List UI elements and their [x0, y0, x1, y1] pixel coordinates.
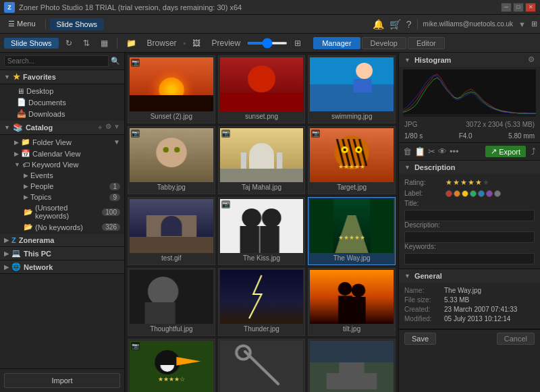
star-3[interactable]: ★ [460, 178, 467, 187]
gen-size-label: File size: [404, 296, 441, 304]
export-button[interactable]: ↗ Export [485, 146, 526, 157]
tab-manager[interactable]: Manager [313, 37, 360, 49]
star-5[interactable]: ★ [475, 178, 482, 187]
refresh-icon[interactable]: ↻ [61, 37, 76, 49]
general-header[interactable]: ▼ General [399, 269, 540, 283]
catalog-settings-icon[interactable]: ⚙ [105, 123, 111, 132]
grid-icon[interactable]: ⊞ [290, 37, 305, 49]
favorites-header[interactable]: ▼ ★ Favorites [0, 70, 124, 84]
description-header[interactable]: ▼ Description [399, 161, 540, 174]
star-4[interactable]: ★ [468, 178, 475, 187]
photo-item[interactable]: Thunder.jpg [218, 268, 306, 336]
sidebar-item-events[interactable]: ▶ Events [0, 170, 124, 181]
network-header[interactable]: ▶ 🌐 Network [0, 260, 124, 274]
sidebar-item-nokeywords[interactable]: 📂 (No keywords) 326 [0, 221, 124, 233]
zonerama-header[interactable]: ▶ Z Zonerama [0, 234, 124, 247]
tab-develop[interactable]: Develop [362, 37, 406, 49]
delete-icon[interactable]: 🗑 [403, 146, 412, 157]
user-dropdown-icon[interactable]: ▼ [518, 20, 526, 28]
photo-item[interactable]: sunset.png [218, 55, 306, 123]
color-dot-red[interactable] [446, 190, 452, 197]
browser-label[interactable]: Browser [143, 37, 181, 49]
preview-label[interactable]: Preview [207, 37, 244, 49]
photo-label: The Kiss.jpg [220, 253, 304, 263]
photo-overlay-icons: 📷 [221, 130, 230, 138]
photo-item[interactable]: test.gif [128, 197, 215, 265]
photo-item[interactable]: Thoughtful.jpg [128, 268, 215, 336]
star-6[interactable]: ★ [483, 178, 489, 187]
tab-editor[interactable]: Editor [408, 37, 445, 49]
menu-item-menu[interactable]: ☰ Menu [3, 18, 41, 30]
close-button[interactable]: ✕ [525, 3, 536, 12]
star-rating[interactable]: ★★★★★★ [446, 178, 489, 187]
color-dot-gray[interactable] [494, 190, 501, 197]
maximize-button[interactable]: □ [513, 3, 524, 12]
save-button[interactable]: Save [404, 333, 436, 345]
sidebar-item-keyword-view[interactable]: ▼ 🏷 Keyword View [0, 159, 124, 170]
eye-icon[interactable]: 👁 [438, 146, 447, 157]
more-icon[interactable]: ••• [450, 146, 459, 157]
photo-item[interactable]: 📷Tabby.jpg [128, 126, 215, 194]
thispc-header[interactable]: ▶ 💻 This PC [0, 247, 124, 260]
sidebar-item-topics[interactable]: ▶ Topics 9 [0, 192, 124, 202]
color-dot-purple[interactable] [486, 190, 493, 197]
star-1[interactable]: ★ [446, 178, 452, 187]
keywords-field[interactable] [404, 253, 535, 264]
photo-item[interactable]: tower.jpg [308, 339, 396, 392]
folder-icon[interactable]: 📁 [122, 37, 140, 49]
photo-item[interactable]: tilt.jpg [308, 268, 396, 336]
search-input[interactable] [4, 55, 109, 67]
filter-icon[interactable]: ▦ [97, 37, 112, 49]
image-icon[interactable]: 🖼 [188, 37, 205, 49]
sidebar-item-desktop[interactable]: 🖥 Desktop [0, 86, 124, 96]
cancel-button[interactable]: Cancel [497, 333, 535, 345]
help-icon[interactable]: ? [406, 19, 412, 30]
sidebar-item-documents[interactable]: 📄 Documents [0, 96, 124, 108]
catalog-header[interactable]: ▼ 📚 Catalog ＋ ⚙ ▼ [0, 121, 124, 135]
share-icon[interactable]: ⤴ [531, 146, 536, 157]
sidebar-item-people[interactable]: ▶ People 1 [0, 181, 124, 192]
photo-item[interactable]: 📷The Kiss.jpg [218, 197, 306, 265]
notification-icon[interactable]: 🔔 [373, 19, 384, 30]
copy-icon[interactable]: 📋 [414, 146, 425, 157]
color-dot-yellow[interactable] [462, 190, 468, 197]
photo-thumb [220, 270, 304, 324]
histogram-settings-icon[interactable]: ⚙ [528, 55, 535, 64]
move-icon[interactable]: ✂ [428, 146, 435, 157]
photo-item[interactable]: swimming.jpg [308, 55, 396, 123]
sidebar-item-unsorted[interactable]: 📂 (Unsorted keywords) 100 [0, 202, 124, 221]
sidebar-item-downloads[interactable]: 📥 Downloads [0, 108, 124, 119]
color-dot-orange[interactable] [454, 190, 460, 197]
sidebar-item-folder-view[interactable]: ▶ 📁 Folder View ▼ [0, 136, 124, 148]
title-field[interactable] [404, 210, 535, 221]
color-dot-green[interactable] [470, 190, 477, 197]
histogram-header[interactable]: ▼ Histogram ⚙ [399, 53, 540, 67]
tab-slideshows-active[interactable]: Slide Shows [4, 38, 59, 49]
user-email[interactable]: mike.williams@nuetools.co.uk [423, 20, 514, 28]
sidebar-search-bar: 🔍 [0, 53, 124, 70]
photo-item[interactable]: Tools.jpg [218, 339, 306, 392]
photo-item[interactable]: 📷Sunset (2).jpg [128, 55, 215, 123]
description-field[interactable] [404, 231, 535, 243]
photo-label: Taj Mahal.jpg [220, 182, 304, 192]
layout-icon[interactable]: ⊞ [531, 20, 537, 28]
tab-slideshows[interactable]: Slide Shows [50, 18, 105, 30]
star-2[interactable]: ★ [453, 178, 460, 187]
cart-icon[interactable]: 🛒 [389, 19, 401, 30]
import-button[interactable]: Import [4, 373, 120, 388]
photo-canvas [310, 57, 394, 111]
photo-item[interactable]: 📷Taj Mahal.jpg [218, 126, 306, 194]
sort-icon[interactable]: ⇅ [79, 37, 94, 49]
search-icon[interactable]: 🔍 [111, 57, 120, 65]
photo-item[interactable]: 📷★★★★★Target.jpg [308, 126, 396, 194]
photo-item[interactable]: 📷★★★★☆Toco Toucan.jpg [128, 339, 215, 392]
minimize-button[interactable]: ─ [501, 3, 512, 12]
photo-item[interactable]: ★★★★★The Way.jpg [308, 197, 396, 265]
folder-view-dropdown[interactable]: ▼ [113, 138, 120, 146]
color-dot-blue[interactable] [478, 190, 485, 197]
topics-badge: 9 [109, 194, 120, 201]
catalog-add-icon[interactable]: ＋ [97, 123, 103, 132]
sidebar-item-calendar-view[interactable]: ▶ 📅 Calendar View [0, 148, 124, 159]
catalog-expand-icon[interactable]: ▼ [113, 123, 120, 132]
zoom-slider[interactable] [247, 42, 288, 45]
